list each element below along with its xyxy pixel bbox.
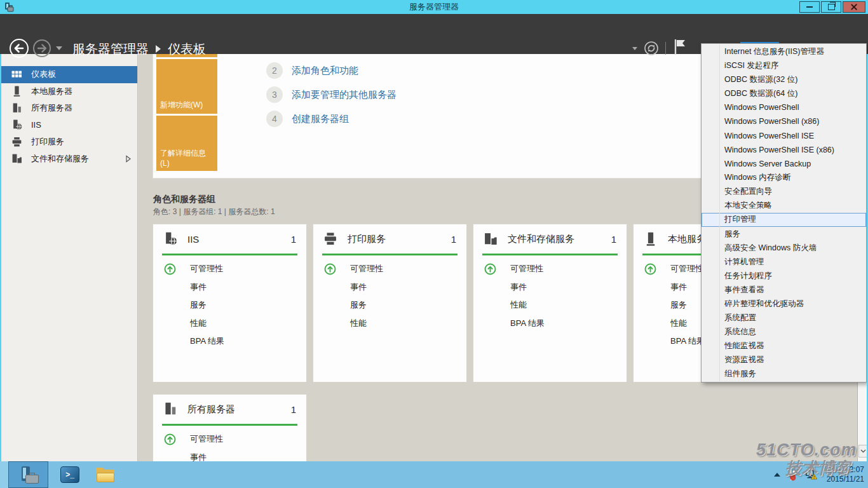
tools-menu-item[interactable]: 系统配置 <box>702 311 866 325</box>
tools-menu-item[interactable]: Windows PowerShell ISE (x86) <box>702 143 866 157</box>
card-row[interactable]: BPA 结果 <box>473 315 627 333</box>
card-row[interactable]: 可管理性 <box>473 260 627 278</box>
row-icon-spacer <box>164 299 176 311</box>
card-row-label: 事件 <box>510 281 527 293</box>
dropdown-caret-icon[interactable] <box>632 47 637 50</box>
card-row[interactable]: 服务 <box>313 296 466 315</box>
restore-button[interactable] <box>821 1 841 13</box>
sidebar-item-label: IIS <box>31 120 41 130</box>
tools-menu-item[interactable]: 安全配置向导 <box>702 185 866 199</box>
tools-menu-item[interactable]: iSCSI 发起程序 <box>702 58 866 72</box>
row-icon-spacer <box>644 281 656 293</box>
card-row[interactable]: BPA 结果 <box>153 332 306 351</box>
tools-menu-item[interactable]: 高级安全 Windows 防火墙 <box>702 241 866 255</box>
taskbar-powershell-button[interactable]: >_ <box>55 461 85 488</box>
card-row[interactable]: 可管理性 <box>153 260 306 278</box>
close-button[interactable] <box>843 1 865 13</box>
clock-time: 2:07 <box>827 465 864 475</box>
tools-menu-item[interactable]: 性能监视器 <box>702 339 866 353</box>
sidebar-item-printer[interactable]: 打印服务 <box>1 133 137 151</box>
taskbar-server-manager-button[interactable] <box>8 461 48 488</box>
card-row-label: 事件 <box>190 281 207 293</box>
sidebar-item-dashboard[interactable]: 仪表板 <box>1 66 137 83</box>
tools-menu-item[interactable]: 组件服务 <box>702 367 866 381</box>
tools-menu-item[interactable]: Windows PowerShell ISE <box>702 128 866 142</box>
tools-menu-item[interactable]: Internet 信息服务(IIS)管理器 <box>702 44 866 58</box>
chevron-right-icon[interactable] <box>125 155 132 163</box>
card-row[interactable]: 事件 <box>313 278 466 297</box>
tools-menu-item[interactable]: 计算机管理 <box>702 255 866 269</box>
notifications-flag-icon[interactable] <box>673 39 687 55</box>
servers-icon <box>163 402 177 416</box>
back-button[interactable] <box>9 38 29 58</box>
sidebar-item-iis[interactable]: IIS <box>1 117 137 134</box>
quickstart-link-0[interactable]: 添加角色和功能 <box>292 65 358 77</box>
sidebar-item-server[interactable]: 本地服务器 <box>1 83 137 100</box>
card-row[interactable]: 性能 <box>473 296 627 315</box>
card-row[interactable]: 事件 <box>473 278 627 297</box>
quickstart-link-row: 2添加角色和功能 <box>266 58 397 83</box>
tools-menu-item[interactable]: Windows Server Backup <box>702 157 866 171</box>
tray-expand-icon[interactable] <box>774 473 780 477</box>
scrollbar-down-icon <box>860 449 866 453</box>
tools-menu-item[interactable]: Windows PowerShell <box>702 100 866 114</box>
tools-menu-item[interactable]: Windows PowerShell (x86) <box>702 114 866 128</box>
card-divider <box>482 254 618 255</box>
tray-clock[interactable]: 2:07 2015/11/21 <box>827 465 864 484</box>
card-row-label: 服务 <box>670 299 687 311</box>
tools-menu-item[interactable]: ODBC 数据源(64 位) <box>702 86 866 100</box>
tools-menu-item[interactable]: 碎片整理和优化驱动器 <box>702 297 866 311</box>
role-card-iis: IIS1可管理性事件服务性能BPA 结果 <box>153 224 307 383</box>
tools-menu-item[interactable]: 任务计划程序 <box>702 269 866 283</box>
breadcrumb-root[interactable]: 服务器管理器 <box>72 41 149 58</box>
step-number-badge: 3 <box>266 86 283 103</box>
sidebar-item-storage[interactable]: 文件和存储服务 <box>1 151 137 168</box>
printer-icon <box>11 137 22 147</box>
tools-menu-item[interactable]: 打印管理 <box>702 213 866 227</box>
card-row-label: 可管理性 <box>510 263 543 274</box>
quickstart-link-row: 3添加要管理的其他服务器 <box>266 83 397 107</box>
learn-more-label: 了解详细信息(L) <box>160 148 214 168</box>
iis-icon <box>163 232 177 246</box>
tools-menu-item[interactable]: 资源监视器 <box>702 353 866 367</box>
card-row-label: 服务 <box>190 299 207 311</box>
card-title: 打印服务 <box>348 233 451 245</box>
card-row[interactable]: 可管理性 <box>153 430 306 449</box>
card-row-label: 性能 <box>510 299 527 311</box>
tools-menu-item[interactable]: ODBC 数据源(32 位) <box>702 72 866 86</box>
dropdown-caret-icon[interactable] <box>56 46 62 50</box>
tools-menu-item[interactable]: 本地安全策略 <box>702 199 866 213</box>
taskbar-explorer-button[interactable] <box>90 461 121 488</box>
learn-more-tile[interactable]: 了解详细信息(L) <box>156 116 217 171</box>
quickstart-link-2[interactable]: 创建服务器组 <box>292 113 349 125</box>
tools-menu-item[interactable]: 系统信息 <box>702 325 866 339</box>
quickstart-link-1[interactable]: 添加要管理的其他服务器 <box>292 89 397 101</box>
minimize-button[interactable] <box>799 1 820 13</box>
card-row-label: 可管理性 <box>350 263 383 274</box>
tools-menu-item[interactable]: 服务 <box>702 227 866 241</box>
sidebar-item-label: 文件和存储服务 <box>31 153 89 165</box>
card-row[interactable]: 性能 <box>153 315 306 333</box>
forward-button[interactable] <box>32 38 52 58</box>
card-row[interactable]: 服务 <box>153 296 306 315</box>
sidebar-item-servers[interactable]: 所有服务器 <box>1 100 137 117</box>
card-row[interactable]: 性能 <box>313 315 466 333</box>
card-count: 1 <box>451 234 456 245</box>
refresh-icon[interactable] <box>644 41 659 56</box>
tools-menu: Internet 信息服务(IIS)管理器iSCSI 发起程序ODBC 数据源(… <box>701 43 867 383</box>
scrollbar-down-button[interactable] <box>858 445 867 458</box>
row-icon-spacer <box>484 317 496 329</box>
card-row-label: BPA 结果 <box>190 336 224 347</box>
tray-network-warning-icon[interactable] <box>805 469 818 480</box>
card-row[interactable]: 事件 <box>153 278 306 297</box>
card-row-label: 性能 <box>670 318 687 329</box>
start-button[interactable] <box>0 461 9 488</box>
window-title: 服务器管理器 <box>0 0 868 14</box>
whats-new-label: 新增功能(W) <box>160 100 203 111</box>
card-row[interactable]: 可管理性 <box>313 260 466 278</box>
watermark-51cto: 51CTO.com <box>756 440 857 460</box>
card-divider <box>162 424 297 426</box>
whats-new-tile[interactable]: 新增功能(W) <box>156 59 217 114</box>
tools-menu-item[interactable]: 事件查看器 <box>702 283 866 297</box>
tools-menu-item[interactable]: Windows 内存诊断 <box>702 171 866 185</box>
